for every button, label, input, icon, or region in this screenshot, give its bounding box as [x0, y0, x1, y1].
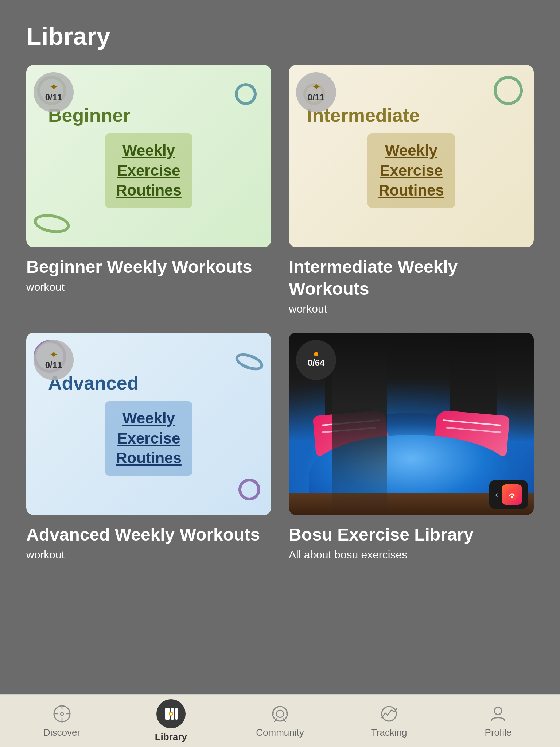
intermediate-card-title: Intermediate Weekly Workouts [289, 256, 534, 300]
intermediate-box-text: WeeklyExerciseRoutines [378, 141, 444, 201]
bosu-card[interactable]: 0/64 ‹ Bosu Exercise Library All about b [289, 333, 534, 561]
beginner-card-subtitle: workout [26, 281, 271, 293]
popup-chevron-icon: ‹ [495, 489, 498, 500]
advanced-progress-text: 0/11 [45, 360, 62, 371]
intermediate-plus-icon: ✦ [312, 82, 320, 92]
discover-label: Discover [43, 727, 80, 738]
nav-item-library[interactable]: ◆ Library [116, 699, 225, 743]
discover-icon [52, 704, 72, 724]
popup-app-icon [502, 484, 522, 505]
tracking-label: Tracking [371, 727, 407, 738]
card-grid: Beginner WeeklyExerciseRoutines ✦ 0/11 B… [0, 65, 560, 561]
library-label: Library [155, 731, 187, 743]
intermediate-card-image: Intermediate WeeklyExerciseRoutines ✦ 0/… [289, 65, 534, 247]
svg-point-3 [61, 712, 63, 715]
bosu-card-title: Bosu Exercise Library [289, 524, 534, 546]
popup-notification[interactable]: ‹ [489, 480, 528, 509]
bosu-progress-badge: 0/64 [296, 340, 336, 380]
beginner-progress-badge: ✦ 0/11 [34, 72, 74, 112]
bottom-navigation: Discover ◆ Library Communi [0, 694, 560, 747]
page-title: Library [0, 0, 560, 65]
profile-label: Profile [485, 727, 512, 738]
library-active-dot: ◆ [156, 699, 186, 728]
intermediate-progress-badge: ✦ 0/11 [296, 72, 336, 112]
beginner-card[interactable]: Beginner WeeklyExerciseRoutines ✦ 0/11 B… [26, 65, 271, 315]
svg-point-1 [511, 496, 513, 498]
advanced-box-text: WeeklyExerciseRoutines [116, 409, 182, 468]
beginner-plus-icon: ✦ [50, 82, 58, 92]
advanced-card-image: Advanced WeeklyExerciseRoutines ✦ 0/11 [26, 333, 271, 515]
advanced-plus-icon: ✦ [50, 350, 58, 360]
bosu-status-dot [314, 352, 318, 356]
nav-item-community[interactable]: Community [225, 704, 334, 738]
profile-icon [488, 704, 508, 724]
intermediate-card[interactable]: Intermediate WeeklyExerciseRoutines ✦ 0/… [289, 65, 534, 315]
beginner-box-text: WeeklyExerciseRoutines [116, 141, 182, 201]
bosu-card-image: 0/64 ‹ [289, 333, 534, 515]
community-label: Community [256, 727, 304, 738]
intermediate-card-subtitle: workout [289, 303, 534, 315]
bosu-progress-text: 0/64 [308, 358, 325, 368]
community-icon [270, 704, 290, 724]
beginner-card-title: Beginner Weekly Workouts [26, 256, 271, 278]
nav-item-tracking[interactable]: Tracking [335, 704, 444, 738]
svg-point-13 [273, 707, 287, 721]
svg-text:◆: ◆ [169, 712, 173, 716]
advanced-card-title: Advanced Weekly Workouts [26, 524, 271, 546]
svg-point-0 [506, 489, 518, 500]
svg-point-14 [276, 710, 284, 717]
advanced-card[interactable]: Advanced WeeklyExerciseRoutines ✦ 0/11 A… [26, 333, 271, 561]
svg-rect-10 [175, 708, 178, 720]
beginner-card-image: Beginner WeeklyExerciseRoutines ✦ 0/11 [26, 65, 271, 247]
intermediate-progress-text: 0/11 [308, 92, 325, 103]
advanced-progress-badge: ✦ 0/11 [34, 340, 74, 380]
svg-point-16 [494, 707, 502, 715]
beginner-progress-text: 0/11 [45, 92, 62, 103]
nav-item-discover[interactable]: Discover [7, 704, 116, 738]
tracking-icon [379, 704, 399, 724]
advanced-card-subtitle: workout [26, 549, 271, 561]
nav-item-profile[interactable]: Profile [444, 704, 553, 738]
bosu-card-subtitle: All about bosu exercises [289, 549, 534, 561]
